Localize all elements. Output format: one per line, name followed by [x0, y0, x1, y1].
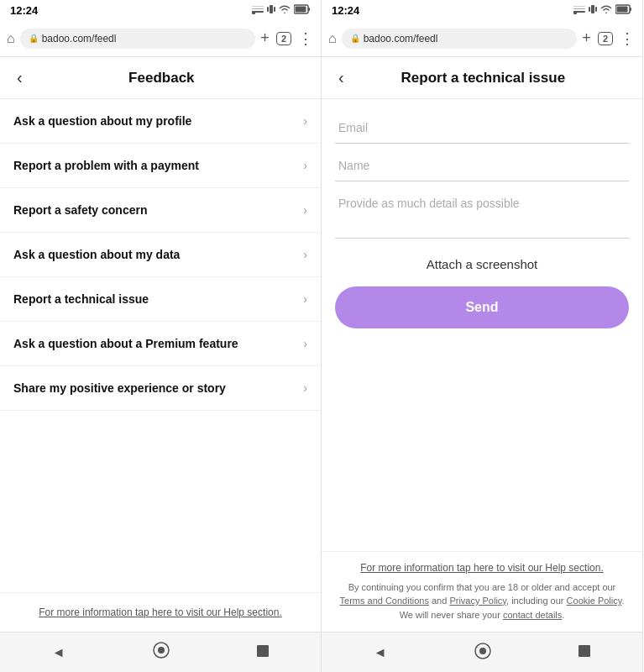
- cookie-link[interactable]: Cookie Policy: [567, 596, 622, 606]
- list-item-positive[interactable]: Share my positive experience or story ›: [0, 366, 321, 411]
- footer-area: For more information tap here to visit o…: [322, 551, 642, 633]
- nav-home-right[interactable]: [467, 638, 499, 667]
- list-item-safety[interactable]: Report a safety concern ›: [0, 188, 321, 233]
- nav-back-left[interactable]: ◄: [45, 642, 72, 664]
- svg-rect-1: [252, 8, 264, 9]
- menu-dots-left[interactable]: ⋮: [298, 29, 314, 48]
- svg-rect-16: [573, 11, 577, 14]
- back-button-left[interactable]: ‹: [13, 68, 26, 87]
- battery-icon-right: [615, 4, 632, 16]
- list-item-technical[interactable]: Report a technical issue ›: [0, 277, 321, 322]
- home-icon-left[interactable]: ⌂: [7, 31, 15, 46]
- help-link-right[interactable]: For more information tap here to visit o…: [335, 562, 629, 574]
- svg-point-11: [158, 647, 165, 654]
- list-item-safety-label: Report a safety concern: [13, 203, 148, 217]
- form-area: Attach a screenshot Send: [322, 99, 642, 551]
- vibrate-icon-right: [589, 4, 597, 16]
- list-item-payment-label: Report a problem with a payment: [13, 159, 199, 172]
- chevron-payment: ›: [303, 159, 307, 172]
- nav-stop-left[interactable]: [250, 642, 275, 664]
- chevron-profile: ›: [303, 114, 307, 128]
- email-field[interactable]: [335, 113, 629, 144]
- status-bar-right: 12:24: [322, 0, 642, 20]
- url-bar-right[interactable]: 🔒 badoo.com/feedl: [342, 29, 578, 49]
- url-bar-left[interactable]: 🔒 badoo.com/feedl: [20, 29, 256, 49]
- nav-home-left[interactable]: [145, 638, 177, 668]
- feedback-list: Ask a question about my profile › Report…: [0, 99, 321, 592]
- svg-rect-21: [630, 8, 631, 11]
- plus-icon-right[interactable]: +: [582, 29, 591, 47]
- list-item-technical-label: Report a technical issue: [13, 292, 149, 306]
- left-panel: 12:24 ⌂ 🔒 badoo.com/feedl + 2 ⋮: [0, 0, 322, 672]
- help-link-left[interactable]: For more information tap here to visit o…: [0, 592, 321, 632]
- bottom-nav-right: ◄: [322, 632, 642, 672]
- svg-rect-17: [591, 5, 594, 13]
- cast-icon: [252, 4, 264, 16]
- privacy-link[interactable]: Privacy Policy: [449, 596, 506, 606]
- svg-rect-18: [589, 7, 590, 12]
- status-icons-right: [573, 4, 632, 16]
- time-left: 12:24: [10, 4, 38, 17]
- chevron-technical: ›: [303, 292, 307, 306]
- status-bar-left: 12:24: [0, 0, 321, 20]
- tab-count-left[interactable]: 2: [276, 32, 291, 45]
- detail-field[interactable]: [335, 188, 629, 239]
- page-header-right: ‹ Report a technical issue: [322, 57, 642, 99]
- list-item-profile[interactable]: Ask a question about my profile ›: [0, 99, 321, 144]
- url-text-right: badoo.com/feedl: [364, 33, 438, 45]
- attach-screenshot-button[interactable]: Attach a screenshot: [335, 242, 629, 280]
- browser-actions-right: + 2 ⋮: [582, 29, 636, 48]
- browser-actions-left: + 2 ⋮: [260, 29, 314, 48]
- svg-rect-5: [267, 7, 269, 12]
- svg-rect-25: [579, 645, 590, 657]
- svg-rect-2: [252, 6, 264, 7]
- page-header-left: ‹ Feedback: [0, 57, 321, 99]
- chevron-premium: ›: [303, 337, 307, 350]
- back-button-right[interactable]: ‹: [335, 68, 348, 87]
- browser-bar-right: ⌂ 🔒 badoo.com/feedl + 2 ⋮: [322, 20, 642, 57]
- svg-rect-8: [308, 8, 310, 11]
- plus-icon-left[interactable]: +: [260, 29, 270, 47]
- list-item-data[interactable]: Ask a question about my data ›: [0, 233, 321, 277]
- svg-rect-6: [274, 7, 275, 12]
- wifi-icon: [279, 5, 291, 15]
- time-right: 12:24: [332, 4, 359, 17]
- svg-rect-15: [573, 6, 585, 7]
- menu-dots-right[interactable]: ⋮: [620, 29, 636, 48]
- browser-bar-left: ⌂ 🔒 badoo.com/feedl + 2 ⋮: [0, 20, 321, 57]
- contact-link[interactable]: contact details: [503, 610, 562, 620]
- list-item-positive-label: Share my positive experience or story: [13, 381, 226, 395]
- nav-back-right[interactable]: ◄: [367, 642, 394, 664]
- wifi-icon-right: [600, 5, 612, 15]
- footer-disclaimer: By continuing you confirm that you are 1…: [335, 580, 629, 622]
- url-text-left: badoo.com/feedl: [42, 33, 117, 45]
- chevron-safety: ›: [303, 203, 307, 217]
- cast-icon-right: [573, 4, 585, 16]
- chevron-data: ›: [303, 248, 307, 261]
- list-item-profile-label: Ask a question about my profile: [13, 114, 191, 128]
- svg-rect-19: [595, 7, 597, 12]
- home-icon-right[interactable]: ⌂: [328, 31, 337, 46]
- bottom-nav-left: ◄: [0, 632, 321, 672]
- terms-link[interactable]: Terms and Conditions: [340, 596, 429, 606]
- lock-icon-left: 🔒: [29, 34, 39, 43]
- nav-stop-right[interactable]: [572, 642, 597, 664]
- list-item-premium-label: Ask a question about a Premium feature: [13, 337, 238, 350]
- svg-point-24: [479, 648, 486, 654]
- list-item-payment[interactable]: Report a problem with a payment ›: [0, 144, 321, 188]
- svg-rect-14: [573, 8, 585, 9]
- svg-rect-4: [270, 5, 273, 13]
- right-panel: 12:24 ⌂ 🔒 badoo.com/feedl + 2 ⋮: [322, 0, 643, 672]
- svg-rect-12: [257, 645, 269, 657]
- send-button[interactable]: Send: [335, 286, 629, 328]
- list-item-premium[interactable]: Ask a question about a Premium feature ›: [0, 322, 321, 366]
- battery-icon: [294, 4, 311, 16]
- tab-count-right[interactable]: 2: [598, 32, 613, 45]
- list-item-data-label: Ask a question about my data: [13, 248, 180, 261]
- name-field[interactable]: [335, 150, 629, 181]
- page-title-right: Report a technical issue: [358, 70, 609, 87]
- status-icons-left: [252, 4, 311, 16]
- chevron-positive: ›: [303, 381, 307, 395]
- svg-rect-22: [617, 7, 628, 13]
- svg-rect-9: [296, 7, 306, 13]
